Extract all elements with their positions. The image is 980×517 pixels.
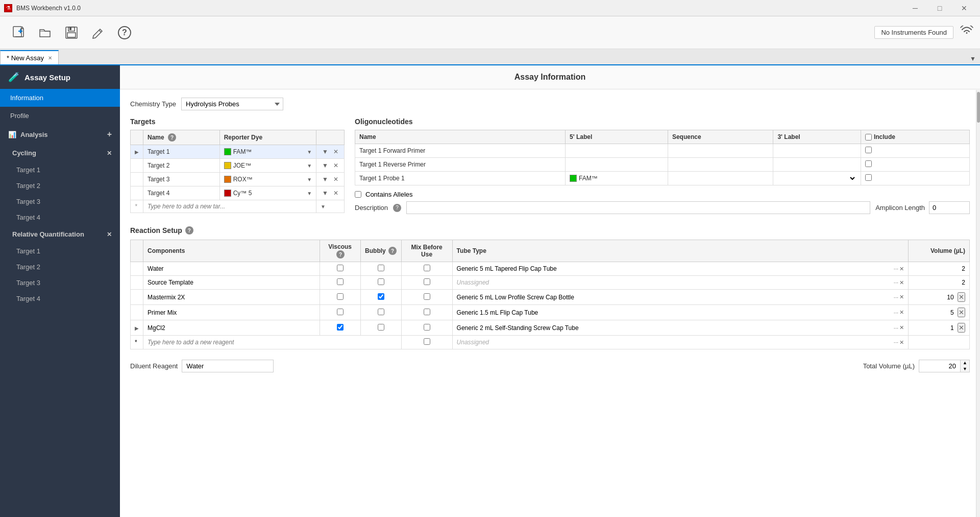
water-viscous-cb[interactable]: [337, 265, 344, 271]
target-3-dye-arrow[interactable]: ▼: [307, 177, 312, 182]
cycling-target-1[interactable]: Target 1: [0, 162, 120, 178]
target-row-4[interactable]: Target 4 Cy™ 5 ▼: [131, 186, 345, 200]
target-1-dropdown-btn[interactable]: ▼: [321, 148, 330, 156]
new-assay-tab[interactable]: * New Assay ✕: [0, 50, 59, 64]
mastermix-vol-delete-btn[interactable]: ✕: [958, 292, 965, 302]
mastermix-viscous-cb[interactable]: [337, 293, 344, 300]
scrollbar-thumb[interactable]: [977, 92, 980, 123]
mgcl2-viscous-cb[interactable]: [337, 324, 344, 331]
new-reagent-tube-clear-btn[interactable]: ✕: [899, 339, 904, 346]
target-4-delete-btn[interactable]: ✕: [332, 189, 340, 197]
primer-bubbly-cb[interactable]: [378, 309, 384, 315]
description-input[interactable]: [406, 201, 870, 214]
oligo-2-label3-select[interactable]: [777, 174, 856, 182]
total-vol-decrement-btn[interactable]: ▼: [961, 366, 969, 372]
target-row-1[interactable]: ▶ Target 1 FAM™ ▼: [131, 145, 345, 159]
mgcl2-bubbly-cb[interactable]: [378, 324, 384, 331]
reaction-row-mgcl2[interactable]: ▶ MgCl2 Generic 2 mL Self-Standing Screw…: [131, 320, 970, 336]
contains-alleles-checkbox[interactable]: [355, 191, 361, 198]
new-reagent-input[interactable]: [148, 339, 397, 346]
primer-viscous-cb[interactable]: [337, 309, 344, 315]
analysis-header[interactable]: 📊 Analysis +: [0, 125, 120, 144]
source-tube-clear-btn[interactable]: ✕: [899, 279, 904, 286]
new-target-input[interactable]: [148, 203, 312, 210]
open-button[interactable]: [33, 20, 57, 45]
source-viscous-cb[interactable]: [337, 278, 344, 285]
target-4-dye-arrow[interactable]: ▼: [307, 191, 312, 196]
mgcl2-tube-clear-btn[interactable]: ✕: [899, 324, 904, 331]
cycling-header[interactable]: Cycling ✕: [0, 144, 120, 162]
reaction-row-primer[interactable]: Primer Mix Generic 1.5 mL Flip Cap Tube …: [131, 305, 970, 320]
reaction-help-icon[interactable]: ?: [185, 226, 193, 234]
minimize-button[interactable]: ─: [903, 0, 927, 16]
water-tube-more-btn[interactable]: ···: [894, 266, 898, 272]
rel-quant-close-icon[interactable]: ✕: [107, 231, 112, 238]
target-2-dye-arrow[interactable]: ▼: [307, 163, 312, 169]
new-target-row[interactable]: * ▼: [131, 200, 345, 213]
water-tube-clear-btn[interactable]: ✕: [899, 266, 904, 272]
mastermix-tube-clear-btn[interactable]: ✕: [899, 294, 904, 300]
primer-mix-cb[interactable]: [424, 309, 430, 315]
add-analysis-icon[interactable]: +: [107, 130, 112, 139]
target-row-2[interactable]: Target 2 JOE™ ▼: [131, 159, 345, 173]
tab-close-icon[interactable]: ✕: [48, 55, 52, 61]
help-button[interactable]: ?: [112, 20, 137, 45]
amplicon-length-input[interactable]: [929, 201, 970, 214]
relquant-target-2[interactable]: Target 2: [0, 259, 120, 275]
oligo-row-1[interactable]: Target 1 Reverse Primer: [355, 158, 970, 172]
new-button[interactable]: [6, 20, 31, 45]
sidebar-item-information[interactable]: Information: [0, 89, 120, 107]
new-reagent-viscous-cb[interactable]: [424, 338, 430, 345]
mastermix-bubbly-cb[interactable]: [378, 293, 384, 300]
rel-quant-header[interactable]: Relative Quantification ✕: [0, 225, 120, 243]
primer-tube-clear-btn[interactable]: ✕: [899, 309, 904, 316]
mgcl2-vol-delete-btn[interactable]: ✕: [958, 323, 965, 333]
mgcl2-mix-cb[interactable]: [424, 324, 430, 331]
target-1-dye-arrow[interactable]: ▼: [307, 149, 312, 155]
target-2-dropdown-btn[interactable]: ▼: [321, 161, 330, 170]
viscous-help-icon[interactable]: ?: [336, 250, 345, 258]
bubbly-help-icon[interactable]: ?: [388, 247, 397, 255]
target-4-dropdown-btn[interactable]: ▼: [321, 189, 330, 197]
close-button[interactable]: ✕: [952, 0, 976, 16]
description-help-icon[interactable]: ?: [393, 204, 401, 212]
new-reagent-row[interactable]: * Unassigned ··· ✕: [131, 336, 970, 349]
source-bubbly-cb[interactable]: [378, 278, 384, 285]
target-3-dropdown-btn[interactable]: ▼: [321, 175, 330, 183]
cycling-target-4[interactable]: Target 4: [0, 209, 120, 225]
save-button[interactable]: [59, 20, 84, 45]
oligo-0-include-checkbox[interactable]: [865, 147, 872, 153]
sidebar-item-profile[interactable]: Profile: [0, 107, 120, 125]
content-scrollbar[interactable]: [976, 90, 980, 517]
maximize-button[interactable]: □: [928, 0, 951, 16]
reaction-row-mastermix[interactable]: Mastermix 2X Generic 5 mL Low Profile Sc…: [131, 290, 970, 305]
source-tube-more-btn[interactable]: ···: [894, 279, 898, 286]
mastermix-tube-more-btn[interactable]: ···: [894, 294, 898, 300]
reaction-row-source[interactable]: Source Template Unassigned ··· ✕: [131, 276, 970, 290]
oligo-2-include-checkbox[interactable]: [865, 174, 872, 181]
oligo-1-include-checkbox[interactable]: [865, 160, 872, 167]
cycling-target-2[interactable]: Target 2: [0, 178, 120, 194]
chemistry-type-select[interactable]: Hydrolysis Probes Intercalating Dye Mole…: [181, 98, 283, 110]
water-mix-cb[interactable]: [424, 265, 430, 271]
mastermix-mix-cb[interactable]: [424, 293, 430, 300]
tab-overflow-arrow[interactable]: ▼: [966, 53, 980, 64]
new-reagent-tube-more-btn[interactable]: ···: [894, 339, 898, 345]
target-row-3[interactable]: Target 3 ROX™ ▼: [131, 173, 345, 186]
relquant-target-4[interactable]: Target 4: [0, 291, 120, 307]
target-3-delete-btn[interactable]: ✕: [332, 175, 340, 183]
source-mix-cb[interactable]: [424, 278, 430, 285]
relquant-target-1[interactable]: Target 1: [0, 243, 120, 259]
mgcl2-tube-more-btn[interactable]: ···: [894, 325, 898, 331]
primer-vol-delete-btn[interactable]: ✕: [958, 308, 965, 317]
oligo-row-2[interactable]: Target 1 Probe 1 FAM™: [355, 172, 970, 185]
oligo-include-all-checkbox[interactable]: [865, 134, 872, 140]
targets-name-help[interactable]: ?: [168, 133, 176, 142]
relquant-target-3[interactable]: Target 3: [0, 275, 120, 291]
oligo-row-0[interactable]: Target 1 Forward Primer: [355, 144, 970, 158]
target-1-delete-btn[interactable]: ✕: [332, 148, 340, 156]
cycling-close-icon[interactable]: ✕: [107, 150, 112, 157]
water-bubbly-cb[interactable]: [378, 265, 384, 271]
diluent-input[interactable]: [182, 360, 274, 372]
edit-button[interactable]: [86, 20, 110, 45]
